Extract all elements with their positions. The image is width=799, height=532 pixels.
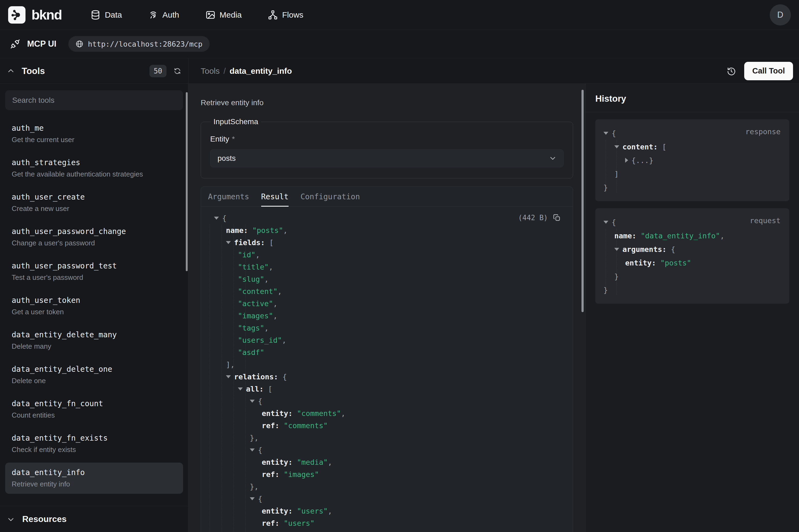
- tool-description: Retrieve entity info: [12, 480, 176, 488]
- tool-list-item[interactable]: auth_user_createCreate a new user: [5, 187, 183, 218]
- tools-sidebar: Tools 50 auth_meGet the current userauth…: [0, 58, 189, 532]
- history-entry-card[interactable]: request{name:"data_entity_info",argument…: [595, 208, 789, 304]
- json-line: entity:"comments",: [208, 407, 562, 419]
- tool-list-item[interactable]: auth_meGet the current user: [5, 118, 183, 149]
- json-key: entity:: [262, 409, 293, 418]
- collapse-toggle-icon[interactable]: [238, 387, 243, 391]
- breadcrumb-separator: /: [224, 66, 226, 76]
- json-key: content:: [623, 142, 658, 151]
- json-string: "images": [284, 470, 319, 479]
- expand-toggle-icon[interactable]: [625, 158, 628, 163]
- json-punct: ]: [614, 170, 619, 178]
- refresh-tools-button[interactable]: [174, 67, 181, 75]
- avatar[interactable]: D: [770, 4, 791, 25]
- nav-item-data[interactable]: Data: [90, 10, 122, 20]
- input-schema-legend: InputSchema: [211, 117, 261, 126]
- collapse-toggle-icon[interactable]: [226, 241, 231, 244]
- json-line: }: [604, 180, 781, 194]
- search-wrap: [0, 84, 188, 110]
- tool-list-item[interactable]: data_entity_infoRetrieve entity info: [5, 462, 183, 494]
- nav-item-auth[interactable]: Auth: [148, 10, 179, 20]
- json-key: ref:: [262, 421, 279, 430]
- json-line: "asdf": [208, 346, 562, 359]
- tool-name: data_entity_fn_exists: [12, 434, 176, 442]
- json-line: arguments:{: [604, 242, 781, 256]
- nav-item-media[interactable]: Media: [205, 10, 242, 20]
- entity-select[interactable]: posts: [210, 149, 564, 167]
- chevron-up-icon[interactable]: [7, 67, 15, 75]
- search-input[interactable]: [5, 90, 183, 110]
- tool-description: Get a user token: [12, 308, 176, 316]
- collapse-toggle-icon[interactable]: [604, 221, 608, 224]
- json-punct: ,: [269, 263, 273, 271]
- json-string: "media": [297, 458, 328, 467]
- tools-count-badge: 50: [149, 65, 167, 77]
- collapse-toggle-icon[interactable]: [214, 217, 219, 220]
- tool-list-item[interactable]: auth_user_password_changeChange a user's…: [5, 222, 183, 253]
- mcp-url: http://localhost:28623/mcp: [88, 40, 203, 48]
- collapse-toggle-icon[interactable]: [250, 497, 255, 500]
- json-punct: ,: [283, 226, 287, 234]
- tool-name: data_entity_delete_many: [12, 330, 176, 339]
- tab-result[interactable]: Result: [261, 187, 289, 206]
- tool-detail-panel: Retrieve entity info InputSchema Entity*…: [189, 84, 586, 532]
- tools-header: Tools 50: [0, 58, 188, 84]
- entity-select-value: posts: [217, 154, 236, 163]
- json-string: "comments": [284, 421, 328, 430]
- json-punct: [: [269, 238, 274, 247]
- tool-description: Change a user's password: [12, 239, 176, 247]
- collapse-toggle-icon[interactable]: [250, 400, 255, 403]
- tool-list-item[interactable]: auth_strategiesGet the available authent…: [5, 153, 183, 184]
- call-tool-button[interactable]: Call Tool: [744, 62, 793, 80]
- nav-item-flows[interactable]: Flows: [268, 10, 303, 20]
- bknd-logo-icon: [8, 6, 25, 24]
- globe-icon: [75, 40, 83, 48]
- json-punct: {...}: [631, 156, 653, 165]
- json-key: entity:: [262, 507, 293, 515]
- json-line: {...}: [604, 153, 781, 167]
- result-json-viewer: (442 B) {name:"posts",fields:["id","titl…: [201, 207, 573, 532]
- tab-configuration[interactable]: Configuration: [301, 187, 360, 206]
- history-button[interactable]: [726, 66, 736, 76]
- json-key: ref:: [262, 470, 279, 479]
- collapse-toggle-icon[interactable]: [226, 375, 231, 378]
- tool-list-item[interactable]: auth_user_password_testTest a user's pas…: [5, 256, 183, 287]
- copy-icon[interactable]: [553, 214, 561, 222]
- tool-name: auth_user_password_test: [12, 261, 176, 270]
- json-punct: ,: [273, 299, 278, 308]
- json-punct: ,: [720, 232, 724, 240]
- collapse-toggle-icon[interactable]: [604, 132, 608, 135]
- collapse-toggle-icon[interactable]: [250, 449, 255, 452]
- json-string: "slug": [238, 275, 264, 283]
- main-scrollbar[interactable]: [582, 90, 584, 312]
- brand-name: bknd: [32, 7, 61, 23]
- json-punct: {: [258, 446, 262, 454]
- tool-name: auth_me: [12, 124, 176, 133]
- tool-list-item[interactable]: auth_user_tokenGet a user token: [5, 290, 183, 322]
- tool-list-item[interactable]: data_entity_fn_countCount entities: [5, 394, 183, 425]
- tool-list-item[interactable]: data_entity_delete_manyDelete many: [5, 325, 183, 356]
- json-punct: {: [671, 245, 675, 253]
- tool-description: Create a new user: [12, 205, 176, 213]
- collapse-toggle-icon[interactable]: [614, 248, 619, 251]
- result-card: ArgumentsResultConfiguration (442 B) {na…: [201, 187, 573, 532]
- json-line: ],: [208, 359, 562, 370]
- mcp-icon: [10, 38, 21, 49]
- history-entry-card[interactable]: response{content:[{...}]}: [595, 119, 789, 201]
- sidebar-scrollbar[interactable]: [186, 92, 188, 271]
- breadcrumb-section[interactable]: Tools: [201, 66, 220, 76]
- mcp-bar: MCP UI http://localhost:28623/mcp: [0, 30, 799, 58]
- json-key: name:: [226, 226, 248, 234]
- json-line: ref:"users": [208, 517, 562, 529]
- breadcrumb-current: data_entity_info: [229, 66, 292, 76]
- resources-section-header[interactable]: Resources: [0, 506, 188, 532]
- tool-list-item[interactable]: data_entity_fn_existsCheck if entity exi…: [5, 428, 183, 459]
- tool-list-item[interactable]: data_entity_delete_oneDelete one: [5, 359, 183, 391]
- json-line: "title",: [208, 261, 562, 273]
- json-string: "asdf": [238, 348, 264, 357]
- brand-logo[interactable]: bknd: [8, 6, 61, 24]
- tool-list: auth_meGet the current userauth_strategi…: [0, 110, 188, 506]
- json-line: name:"data_entity_info",: [604, 229, 781, 242]
- tab-arguments[interactable]: Arguments: [208, 187, 249, 206]
- collapse-toggle-icon[interactable]: [614, 145, 619, 148]
